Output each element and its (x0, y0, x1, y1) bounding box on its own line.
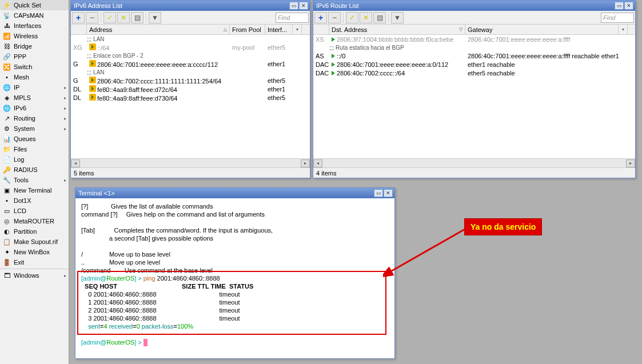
menu-icon: 📁 (2, 145, 11, 154)
grid-body: ;;; LANXG::/64my-poolether5;;; Enlace co… (71, 35, 310, 158)
status-bar: 4 items (313, 167, 635, 178)
table-row[interactable]: AS::/02806:40c:7001:eeee:eeee:eeee:a:fff… (313, 51, 635, 60)
sidebar-item-exit[interactable]: 🚪Exit (0, 257, 69, 267)
scroll-left[interactable]: ◂ (71, 159, 80, 167)
titlebar[interactable]: IPv6 Route List ▭ ✕ (313, 1, 635, 11)
menu-icon: ⚡ (2, 1, 11, 10)
col-gateway[interactable]: Gateway (465, 25, 619, 34)
row-comment: ;;; Enlace con BGP - 2 (71, 51, 310, 59)
table-row[interactable]: DLfe80::4aa9:8aff:feee:d72c/64ether1 (71, 85, 310, 93)
grid-header: Dst. Address▽ Gateway ▾ (313, 25, 635, 35)
route-icon (332, 62, 335, 67)
add-button[interactable]: + (314, 12, 327, 23)
route-icon (332, 71, 335, 75)
sidebar-item-make-supout-rif[interactable]: 📋Make Supout.rif (0, 237, 69, 247)
chevron-right-icon: ▸ (64, 273, 66, 278)
col-address[interactable]: Address△ (87, 25, 230, 34)
close-button[interactable]: ✕ (384, 189, 393, 197)
comment-button[interactable]: ▤ (131, 12, 143, 23)
sidebar-item-new-winbox[interactable]: ✦New WinBox (0, 247, 69, 257)
sidebar-item-lcd[interactable]: ▭LCD (0, 206, 69, 216)
close-button[interactable]: ✕ (624, 2, 633, 10)
sidebar-item-mesh[interactable]: •Mesh (0, 72, 69, 82)
sidebar-item-bridge[interactable]: ⛓Bridge (0, 41, 69, 51)
scroll-left[interactable]: ◂ (313, 159, 322, 167)
minimize-button[interactable]: ▭ (374, 189, 383, 197)
cursor (143, 339, 147, 346)
sidebar-item-switch[interactable]: 🔀Switch (0, 62, 69, 72)
enable-button[interactable]: ✓ (346, 12, 358, 23)
sidebar-item-ip[interactable]: 🌐IP▸ (0, 82, 69, 93)
separator (343, 13, 344, 23)
windows-icon: 🗔 (2, 271, 11, 280)
table-row[interactable]: G2806:40c:7001:eeee:eeee:eeee:a:cccc/112… (71, 59, 310, 68)
menu-icon: 🚪 (2, 258, 11, 267)
window-ipv6-address: IPv6 Address List ▭ ✕ + − ✓ ✕ ▤ ▼ Find A… (70, 0, 310, 178)
col-dropdown[interactable]: ▾ (619, 25, 628, 34)
table-row[interactable]: DAC2806:40c:7001:eeee:eeee:eeee:a:0/112e… (313, 60, 635, 69)
add-button[interactable]: + (72, 12, 85, 23)
divider (0, 269, 69, 269)
sidebar-label: Log (14, 156, 24, 163)
sidebar-item-wireless[interactable]: 📶Wireless (0, 31, 69, 41)
annotation-callout: Ya no da servicio (464, 218, 542, 235)
filter-button[interactable]: ▼ (149, 12, 161, 23)
scroll-right[interactable]: ▸ (301, 159, 310, 167)
close-button[interactable]: ✕ (299, 2, 308, 10)
sidebar-item-routing[interactable]: ↗Routing▸ (0, 113, 69, 123)
table-row[interactable]: DLfe80::4aa9:8aff:feee:d730/64ether5 (71, 93, 310, 102)
sidebar-item-mpls[interactable]: ◈MPLS▸ (0, 93, 69, 103)
disable-button[interactable]: ✕ (360, 12, 372, 23)
scrollbar-h[interactable]: ◂ ▸ (71, 158, 310, 167)
remove-button[interactable]: − (328, 12, 341, 23)
sidebar-item-queues[interactable]: 📊Queues (0, 134, 69, 144)
menu-icon: 📡 (2, 11, 11, 20)
toolbar: + − ✓ ✕ ▤ ▼ Find (71, 11, 310, 25)
menu-icon: 📶 (2, 31, 11, 41)
sidebar-label: LCD (14, 207, 26, 214)
sidebar-item-capsman[interactable]: 📡CAPsMAN (0, 10, 69, 21)
find-input[interactable]: Find (601, 13, 634, 23)
col-dst[interactable]: Dst. Address▽ (329, 25, 465, 34)
titlebar[interactable]: IPv6 Address List ▭ ✕ (71, 1, 310, 11)
scroll-right[interactable]: ▸ (626, 159, 635, 167)
menu-icon: 🔑 (2, 165, 11, 174)
sidebar-item-windows[interactable]: 🗔 Windows ▸ (0, 270, 69, 281)
col-frompool[interactable]: From Pool (230, 25, 265, 34)
sidebar-item-log[interactable]: 📄Log (0, 154, 69, 165)
sidebar-item-partition[interactable]: ◐Partition (0, 226, 69, 237)
col-flags[interactable] (71, 25, 87, 34)
sidebar-item-interfaces[interactable]: 🖧Interfaces (0, 21, 69, 31)
remove-button[interactable]: − (86, 12, 98, 23)
table-row[interactable]: XS2806:3f7:1004:bbbb:bbbb:bbbb:f0ca:bebe… (313, 35, 635, 43)
sidebar-item-tools[interactable]: 🔧Tools▸ (0, 175, 69, 185)
find-input[interactable]: Find (276, 13, 309, 23)
sidebar-item-radius[interactable]: 🔑RADIUS (0, 165, 69, 175)
sidebar-item-metarouter[interactable]: ◎MetaROUTER (0, 216, 69, 226)
enable-button[interactable]: ✓ (103, 12, 116, 23)
minimize-button[interactable]: ▭ (615, 2, 624, 10)
sidebar-item-ipv6[interactable]: 🌐IPv6▸ (0, 103, 69, 113)
filter-button[interactable]: ▼ (391, 12, 404, 23)
sidebar-item-dot1x[interactable]: •Dot1X (0, 195, 69, 206)
sidebar-item-files[interactable]: 📁Files (0, 144, 69, 154)
table-row[interactable]: G2806:40c:7002:cccc:1111:1111:1111:254/6… (71, 76, 310, 85)
status-bar: 5 items (71, 167, 310, 178)
terminal-output[interactable]: [?] Gives the list of available commands… (75, 198, 394, 358)
titlebar[interactable]: Terminal <1> ▭ ✕ (75, 188, 394, 198)
sidebar-item-quick-set[interactable]: ⚡Quick Set (0, 0, 69, 10)
comment-button[interactable]: ▤ (373, 12, 386, 23)
col-flags[interactable] (313, 25, 329, 34)
scrollbar-h[interactable]: ◂ ▸ (313, 158, 635, 167)
col-interface[interactable]: Interf... (265, 25, 293, 34)
col-dropdown[interactable]: ▾ (293, 25, 302, 34)
sidebar-item-ppp[interactable]: 🔗PPP (0, 51, 69, 62)
menu-icon: ↗ (2, 114, 11, 123)
sidebar-item-new-terminal[interactable]: ▣New Terminal (0, 185, 69, 195)
sidebar-label: Bridge (14, 43, 32, 50)
sidebar-item-system[interactable]: ⚙System▸ (0, 123, 69, 134)
table-row[interactable]: DAC2806:40c:7002:cccc::/64ether5 reachab… (313, 69, 635, 77)
table-row[interactable]: XG::/64my-poolether5 (71, 43, 310, 51)
minimize-button[interactable]: ▭ (289, 2, 298, 10)
disable-button[interactable]: ✕ (117, 12, 130, 23)
